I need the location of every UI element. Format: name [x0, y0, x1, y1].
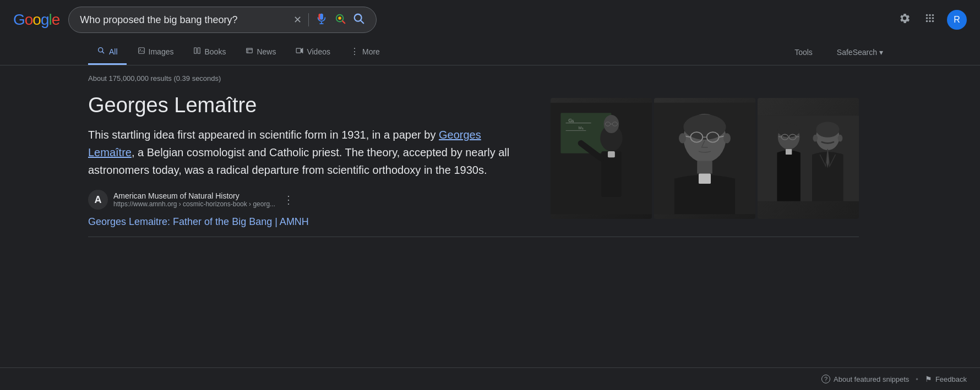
- svg-point-47: [778, 123, 800, 137]
- snippet-source: A American Museum of Natural History htt…: [88, 190, 529, 210]
- snippet-body: This startling idea first appeared in sc…: [88, 126, 529, 179]
- videos-icon: [296, 47, 303, 56]
- svg-point-56: [838, 135, 842, 142]
- featured-snippet: Georges Lemaître This startling idea fir…: [88, 94, 859, 237]
- svg-rect-30: [608, 151, 615, 157]
- snippet-text-area: Georges Lemaître This startling idea fir…: [88, 94, 529, 228]
- books-icon: [193, 47, 201, 56]
- svg-point-55: [813, 135, 817, 142]
- nav-item-news[interactable]: News: [237, 40, 285, 64]
- nav-item-all[interactable]: All: [88, 40, 127, 65]
- settings-button[interactable]: [896, 10, 913, 30]
- snippet-image-2[interactable]: [654, 98, 755, 219]
- images-icon: [138, 47, 145, 56]
- svg-line-50: [778, 136, 781, 137]
- svg-rect-11: [194, 48, 197, 54]
- svg-line-51: [796, 136, 799, 137]
- lens-icon[interactable]: [334, 13, 346, 27]
- source-name: American Museum of Natural History: [113, 191, 275, 200]
- svg-rect-13: [247, 48, 253, 53]
- source-url: https://www.amnh.org › cosmic-horizons-b…: [113, 200, 275, 208]
- search-divider: [308, 13, 309, 26]
- main-content: About 175,000,000 results (0.39 seconds)…: [0, 65, 980, 246]
- nav-more-label: More: [362, 47, 380, 56]
- svg-point-10: [140, 49, 141, 50]
- footer-separator: •: [916, 375, 918, 383]
- snippet-body-part1: This startling idea first appeared in sc…: [88, 129, 439, 141]
- snippet-image-1[interactable]: G₁ M₁: [551, 98, 652, 219]
- help-circle-icon: ?: [821, 375, 830, 383]
- svg-rect-12: [198, 48, 200, 54]
- nav-bar: All Images Books News: [0, 40, 980, 65]
- svg-point-3: [339, 17, 342, 19]
- svg-point-40: [679, 133, 686, 143]
- news-icon: [246, 47, 253, 56]
- nav-item-images[interactable]: Images: [129, 40, 183, 64]
- source-menu-dots[interactable]: ⋮: [283, 193, 294, 206]
- snippet-body-part3: , a Belgian cosmologist and Catholic pri…: [88, 146, 509, 176]
- svg-rect-52: [786, 149, 792, 155]
- clear-icon[interactable]: ✕: [293, 14, 302, 26]
- voice-icon[interactable]: [315, 13, 328, 27]
- svg-line-6: [361, 20, 364, 23]
- tools-button[interactable]: Tools: [786, 41, 821, 63]
- svg-rect-45: [758, 116, 859, 201]
- search-bar[interactable]: Who proposed the big bang theory? ✕: [68, 7, 377, 33]
- header-right: R: [896, 10, 967, 30]
- google-logo: Google: [13, 11, 59, 29]
- apps-button[interactable]: [922, 10, 938, 30]
- svg-rect-29: [601, 151, 622, 197]
- account-avatar[interactable]: R: [947, 10, 967, 30]
- svg-point-54: [816, 122, 839, 137]
- source-info: American Museum of Natural History https…: [113, 191, 275, 208]
- header: Google Who proposed the big bang theory?…: [0, 0, 980, 40]
- snippet-title: Georges Lemaître: [88, 94, 529, 117]
- about-snippets-label: About featured snippets: [834, 375, 909, 383]
- svg-line-8: [102, 51, 104, 53]
- snippet-result-link[interactable]: Georges Lemaitre: Father of the Big Bang…: [88, 216, 309, 227]
- nav-item-books[interactable]: Books: [184, 40, 235, 64]
- svg-rect-9: [138, 48, 144, 54]
- nav-news-label: News: [257, 47, 276, 56]
- results-count: About 175,000,000 results (0.39 seconds): [88, 74, 892, 83]
- source-favicon: A: [88, 190, 108, 210]
- nav-all-label: All: [109, 47, 118, 56]
- safesearch-arrow: ▾: [879, 48, 883, 57]
- search-submit-icon[interactable]: [353, 13, 365, 27]
- svg-rect-43: [699, 174, 711, 184]
- feedback-label: Feedback: [935, 375, 967, 383]
- nav-videos-label: Videos: [307, 47, 330, 56]
- safesearch-label: SafeSearch: [837, 48, 877, 57]
- about-snippets-link[interactable]: ? About featured snippets: [821, 375, 909, 383]
- nav-books-label: Books: [204, 47, 226, 56]
- nav-item-more[interactable]: ⋮ More: [341, 40, 389, 65]
- svg-text:G₁: G₁: [568, 118, 574, 123]
- bottom-bar: ? About featured snippets • ⚑ Feedback: [0, 367, 980, 390]
- more-icon: ⋮: [350, 46, 359, 57]
- snippet-image-3[interactable]: [758, 98, 859, 219]
- search-input[interactable]: Who proposed the big bang theory?: [80, 14, 287, 26]
- svg-rect-42: [697, 161, 712, 174]
- feedback-link[interactable]: ⚑ Feedback: [925, 375, 967, 383]
- nav-images-label: Images: [149, 47, 174, 56]
- svg-rect-16: [297, 48, 301, 53]
- safesearch-toggle[interactable]: SafeSearch ▾: [828, 41, 892, 63]
- feedback-icon: ⚑: [925, 375, 932, 383]
- svg-point-41: [723, 133, 731, 143]
- all-icon: [97, 46, 106, 57]
- svg-line-4: [342, 21, 345, 23]
- svg-point-34: [683, 114, 726, 140]
- snippet-images: G₁ M₁: [551, 98, 859, 219]
- svg-text:M₁: M₁: [579, 125, 584, 130]
- nav-item-videos[interactable]: Videos: [287, 40, 339, 64]
